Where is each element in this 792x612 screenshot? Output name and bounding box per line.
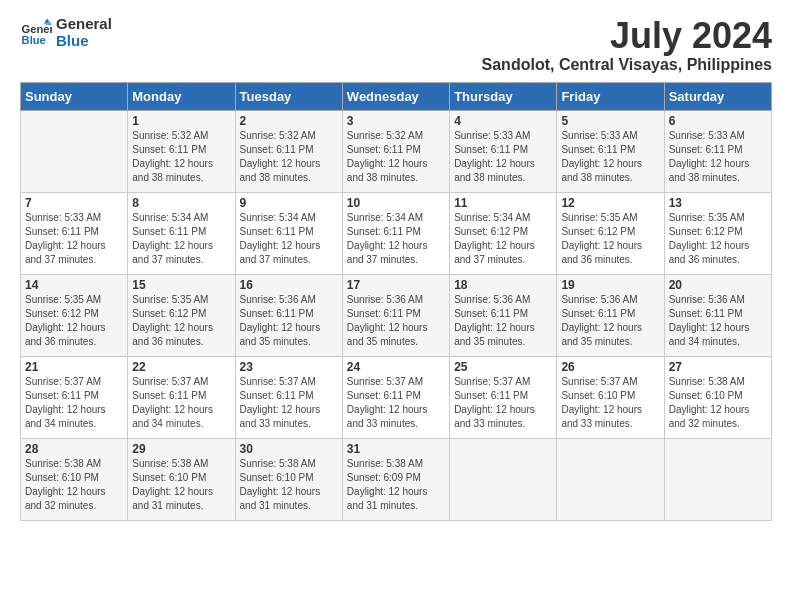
- calendar-cell: 7Sunrise: 5:33 AMSunset: 6:11 PMDaylight…: [21, 192, 128, 274]
- day-info: Sunrise: 5:38 AMSunset: 6:10 PMDaylight:…: [669, 375, 767, 431]
- calendar-cell: 8Sunrise: 5:34 AMSunset: 6:11 PMDaylight…: [128, 192, 235, 274]
- day-info: Sunrise: 5:33 AMSunset: 6:11 PMDaylight:…: [454, 129, 552, 185]
- calendar-cell: 9Sunrise: 5:34 AMSunset: 6:11 PMDaylight…: [235, 192, 342, 274]
- day-number: 29: [132, 442, 230, 456]
- calendar-cell: 28Sunrise: 5:38 AMSunset: 6:10 PMDayligh…: [21, 438, 128, 520]
- calendar-week-4: 21Sunrise: 5:37 AMSunset: 6:11 PMDayligh…: [21, 356, 772, 438]
- header-saturday: Saturday: [664, 82, 771, 110]
- day-info: Sunrise: 5:32 AMSunset: 6:11 PMDaylight:…: [132, 129, 230, 185]
- day-number: 28: [25, 442, 123, 456]
- day-info: Sunrise: 5:35 AMSunset: 6:12 PMDaylight:…: [669, 211, 767, 267]
- calendar-cell: 1Sunrise: 5:32 AMSunset: 6:11 PMDaylight…: [128, 110, 235, 192]
- day-info: Sunrise: 5:37 AMSunset: 6:11 PMDaylight:…: [347, 375, 445, 431]
- day-number: 4: [454, 114, 552, 128]
- day-number: 30: [240, 442, 338, 456]
- day-number: 16: [240, 278, 338, 292]
- day-info: Sunrise: 5:37 AMSunset: 6:11 PMDaylight:…: [240, 375, 338, 431]
- day-info: Sunrise: 5:34 AMSunset: 6:12 PMDaylight:…: [454, 211, 552, 267]
- day-number: 15: [132, 278, 230, 292]
- calendar-cell: 15Sunrise: 5:35 AMSunset: 6:12 PMDayligh…: [128, 274, 235, 356]
- calendar-week-3: 14Sunrise: 5:35 AMSunset: 6:12 PMDayligh…: [21, 274, 772, 356]
- calendar-cell: 11Sunrise: 5:34 AMSunset: 6:12 PMDayligh…: [450, 192, 557, 274]
- calendar-cell: [21, 110, 128, 192]
- calendar-cell: 22Sunrise: 5:37 AMSunset: 6:11 PMDayligh…: [128, 356, 235, 438]
- day-number: 24: [347, 360, 445, 374]
- calendar-week-2: 7Sunrise: 5:33 AMSunset: 6:11 PMDaylight…: [21, 192, 772, 274]
- logo-general: General: [56, 16, 112, 33]
- day-number: 14: [25, 278, 123, 292]
- day-info: Sunrise: 5:35 AMSunset: 6:12 PMDaylight:…: [561, 211, 659, 267]
- calendar-cell: 6Sunrise: 5:33 AMSunset: 6:11 PMDaylight…: [664, 110, 771, 192]
- calendar-cell: 30Sunrise: 5:38 AMSunset: 6:10 PMDayligh…: [235, 438, 342, 520]
- day-info: Sunrise: 5:34 AMSunset: 6:11 PMDaylight:…: [240, 211, 338, 267]
- calendar-cell: 18Sunrise: 5:36 AMSunset: 6:11 PMDayligh…: [450, 274, 557, 356]
- title-area: July 2024 Sandolot, Central Visayas, Phi…: [482, 16, 772, 74]
- day-info: Sunrise: 5:35 AMSunset: 6:12 PMDaylight:…: [132, 293, 230, 349]
- day-number: 19: [561, 278, 659, 292]
- day-number: 12: [561, 196, 659, 210]
- day-number: 5: [561, 114, 659, 128]
- header-tuesday: Tuesday: [235, 82, 342, 110]
- day-info: Sunrise: 5:36 AMSunset: 6:11 PMDaylight:…: [669, 293, 767, 349]
- day-number: 20: [669, 278, 767, 292]
- calendar-cell: 5Sunrise: 5:33 AMSunset: 6:11 PMDaylight…: [557, 110, 664, 192]
- calendar-header-row: SundayMondayTuesdayWednesdayThursdayFrid…: [21, 82, 772, 110]
- day-info: Sunrise: 5:36 AMSunset: 6:11 PMDaylight:…: [347, 293, 445, 349]
- day-info: Sunrise: 5:37 AMSunset: 6:11 PMDaylight:…: [25, 375, 123, 431]
- calendar-cell: 12Sunrise: 5:35 AMSunset: 6:12 PMDayligh…: [557, 192, 664, 274]
- day-number: 13: [669, 196, 767, 210]
- calendar-cell: 31Sunrise: 5:38 AMSunset: 6:09 PMDayligh…: [342, 438, 449, 520]
- day-number: 22: [132, 360, 230, 374]
- calendar-cell: 27Sunrise: 5:38 AMSunset: 6:10 PMDayligh…: [664, 356, 771, 438]
- header-wednesday: Wednesday: [342, 82, 449, 110]
- day-number: 6: [669, 114, 767, 128]
- calendar-cell: 21Sunrise: 5:37 AMSunset: 6:11 PMDayligh…: [21, 356, 128, 438]
- day-info: Sunrise: 5:37 AMSunset: 6:11 PMDaylight:…: [132, 375, 230, 431]
- calendar-cell: 4Sunrise: 5:33 AMSunset: 6:11 PMDaylight…: [450, 110, 557, 192]
- day-info: Sunrise: 5:37 AMSunset: 6:11 PMDaylight:…: [454, 375, 552, 431]
- header: General Blue General Blue July 2024 Sand…: [20, 16, 772, 74]
- calendar-cell: 10Sunrise: 5:34 AMSunset: 6:11 PMDayligh…: [342, 192, 449, 274]
- day-number: 10: [347, 196, 445, 210]
- calendar-cell: [557, 438, 664, 520]
- day-number: 1: [132, 114, 230, 128]
- day-number: 2: [240, 114, 338, 128]
- day-info: Sunrise: 5:38 AMSunset: 6:10 PMDaylight:…: [240, 457, 338, 513]
- day-info: Sunrise: 5:38 AMSunset: 6:09 PMDaylight:…: [347, 457, 445, 513]
- day-number: 9: [240, 196, 338, 210]
- header-thursday: Thursday: [450, 82, 557, 110]
- calendar-cell: [450, 438, 557, 520]
- day-number: 31: [347, 442, 445, 456]
- calendar-cell: 20Sunrise: 5:36 AMSunset: 6:11 PMDayligh…: [664, 274, 771, 356]
- day-info: Sunrise: 5:33 AMSunset: 6:11 PMDaylight:…: [669, 129, 767, 185]
- calendar-cell: 19Sunrise: 5:36 AMSunset: 6:11 PMDayligh…: [557, 274, 664, 356]
- day-number: 23: [240, 360, 338, 374]
- calendar-week-1: 1Sunrise: 5:32 AMSunset: 6:11 PMDaylight…: [21, 110, 772, 192]
- calendar-cell: 2Sunrise: 5:32 AMSunset: 6:11 PMDaylight…: [235, 110, 342, 192]
- calendar-cell: 17Sunrise: 5:36 AMSunset: 6:11 PMDayligh…: [342, 274, 449, 356]
- header-friday: Friday: [557, 82, 664, 110]
- day-info: Sunrise: 5:32 AMSunset: 6:11 PMDaylight:…: [240, 129, 338, 185]
- month-year: July 2024: [482, 16, 772, 56]
- day-number: 25: [454, 360, 552, 374]
- calendar-cell: 24Sunrise: 5:37 AMSunset: 6:11 PMDayligh…: [342, 356, 449, 438]
- logo-blue: Blue: [56, 33, 112, 50]
- day-info: Sunrise: 5:38 AMSunset: 6:10 PMDaylight:…: [25, 457, 123, 513]
- day-number: 7: [25, 196, 123, 210]
- day-info: Sunrise: 5:36 AMSunset: 6:11 PMDaylight:…: [454, 293, 552, 349]
- day-info: Sunrise: 5:37 AMSunset: 6:10 PMDaylight:…: [561, 375, 659, 431]
- day-number: 18: [454, 278, 552, 292]
- day-info: Sunrise: 5:38 AMSunset: 6:10 PMDaylight:…: [132, 457, 230, 513]
- day-info: Sunrise: 5:34 AMSunset: 6:11 PMDaylight:…: [132, 211, 230, 267]
- calendar-cell: 29Sunrise: 5:38 AMSunset: 6:10 PMDayligh…: [128, 438, 235, 520]
- day-info: Sunrise: 5:35 AMSunset: 6:12 PMDaylight:…: [25, 293, 123, 349]
- day-info: Sunrise: 5:33 AMSunset: 6:11 PMDaylight:…: [25, 211, 123, 267]
- header-sunday: Sunday: [21, 82, 128, 110]
- day-number: 26: [561, 360, 659, 374]
- day-info: Sunrise: 5:34 AMSunset: 6:11 PMDaylight:…: [347, 211, 445, 267]
- calendar-cell: 3Sunrise: 5:32 AMSunset: 6:11 PMDaylight…: [342, 110, 449, 192]
- day-number: 8: [132, 196, 230, 210]
- day-number: 27: [669, 360, 767, 374]
- calendar-cell: 16Sunrise: 5:36 AMSunset: 6:11 PMDayligh…: [235, 274, 342, 356]
- day-info: Sunrise: 5:33 AMSunset: 6:11 PMDaylight:…: [561, 129, 659, 185]
